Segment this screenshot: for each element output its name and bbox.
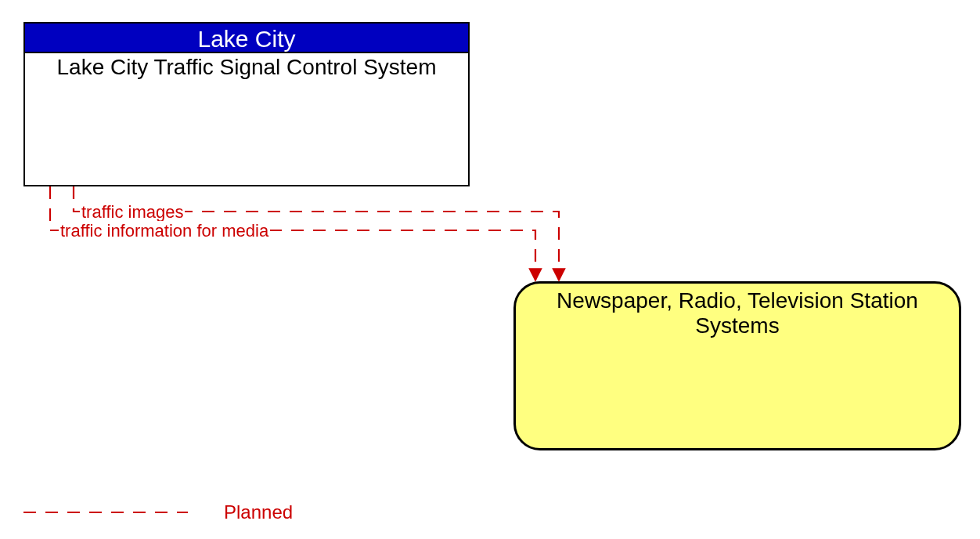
flow-label-traffic-info-media: traffic information for media (59, 221, 270, 241)
flow-label-traffic-images: traffic images (80, 202, 185, 222)
target-title-line2: Systems (516, 313, 959, 338)
target-entity: Newspaper, Radio, Television Station Sys… (513, 281, 961, 450)
source-entity-body: Lake City Traffic Signal Control System (23, 52, 470, 186)
source-entity-header: Lake City (23, 22, 470, 53)
source-body-label: Lake City Traffic Signal Control System (56, 55, 436, 79)
target-title-line1: Newspaper, Radio, Television Station (516, 288, 959, 313)
legend-planned-label: Planned (224, 501, 293, 523)
